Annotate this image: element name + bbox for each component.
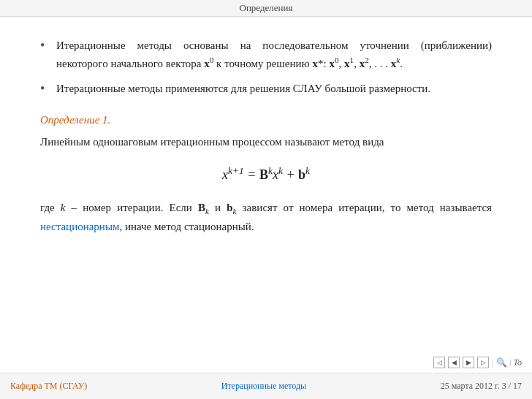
bullet-text-2: Итерационные методы применяются для реше… bbox=[56, 83, 430, 94]
slide-content: Итерационные методы основаны на последов… bbox=[0, 17, 532, 260]
nav-right-icon[interactable]: ▷ bbox=[477, 357, 489, 368]
bottom-left: Кафедра ТМ (СГАУ) bbox=[10, 381, 87, 392]
formula: xk+1 = Bkxk + bk bbox=[222, 167, 310, 182]
nav-left-icon[interactable]: ◁ bbox=[433, 357, 445, 368]
list-item: Итерационные методы основаны на последов… bbox=[40, 37, 492, 73]
bullet-text-1: Итерационные методы основаны на последов… bbox=[56, 39, 492, 69]
magnify-icons: 🔍 | To bbox=[496, 357, 522, 368]
to-label: To bbox=[513, 357, 522, 368]
list-item: Итерационные методы применяются для реше… bbox=[40, 80, 492, 97]
top-bar: Определения bbox=[0, 0, 532, 17]
bottom-right: 25 марта 2012 г. 3 / 17 bbox=[441, 381, 522, 392]
bottom-bar: Кафедра ТМ (СГАУ) Итерационные методы 25… bbox=[0, 373, 532, 399]
nonstationarity-link[interactable]: нестационарным bbox=[40, 221, 119, 232]
nav-icons: ◁ ◀ ▶ ▷ | 🔍 | To bbox=[433, 357, 522, 368]
search-icon[interactable]: 🔍 bbox=[496, 357, 507, 368]
nav-left2-icon[interactable]: ◀ bbox=[448, 357, 460, 368]
definition-text-2: где k – номер итерации. Если Bk и bk зав… bbox=[40, 199, 492, 235]
bottom-center: Итерационные методы bbox=[221, 381, 306, 392]
nav-separator: | bbox=[492, 358, 493, 367]
bullet-list: Итерационные методы основаны на последов… bbox=[40, 37, 492, 97]
slide-title: Определения bbox=[240, 2, 293, 13]
definition-text-1: Линейным одношаговым итерационным процес… bbox=[40, 133, 492, 151]
definition-heading: Определение 1. bbox=[40, 112, 492, 129]
nav-right2-icon[interactable]: ▶ bbox=[463, 357, 474, 368]
formula-block: xk+1 = Bkxk + bk bbox=[40, 164, 492, 186]
